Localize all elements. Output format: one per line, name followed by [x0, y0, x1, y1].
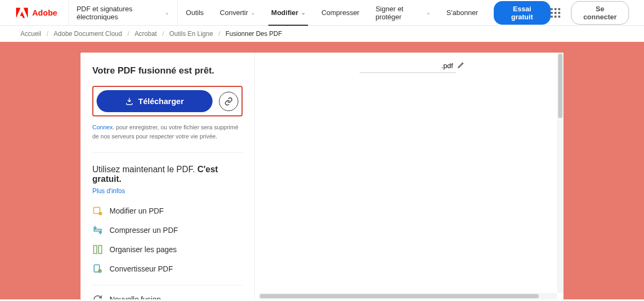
- preview-panel: [255, 53, 564, 299]
- tool-organize-pages[interactable]: Organiser les pages: [92, 244, 243, 255]
- tool-edit-pdf[interactable]: Modifier un PDF: [92, 205, 243, 216]
- divider: [92, 285, 243, 285]
- refresh-icon: [92, 294, 103, 299]
- apps-grid-icon[interactable]: [551, 8, 560, 18]
- signin-button[interactable]: Se connecter: [571, 1, 629, 25]
- privacy-hint: Connex. pour enregistrer, ou votre fichi…: [92, 123, 243, 141]
- vertical-scrollbar[interactable]: [557, 53, 564, 293]
- breadcrumb-item[interactable]: Outils En Ligne: [170, 30, 213, 38]
- chevron-down-icon: ⌄: [165, 10, 169, 16]
- svg-rect-2: [94, 229, 101, 231]
- breadcrumb: Accueil/ Adobe Document Cloud/ Acrobat/ …: [0, 26, 644, 42]
- tool-label: Modifier un PDF: [109, 207, 164, 215]
- edit-pdf-icon: [92, 205, 103, 216]
- nav-item-signer[interactable]: Signer et protéger⌄: [368, 0, 438, 25]
- adobe-logo-icon: [16, 7, 28, 19]
- svg-rect-4: [99, 246, 102, 254]
- nav-menu: PDF et signatures électroniques⌄ Outils …: [69, 0, 486, 25]
- filename-field[interactable]: [360, 59, 456, 73]
- chevron-down-icon: ⌄: [251, 10, 255, 16]
- nav-item-modifier[interactable]: Modifier⌄: [263, 0, 313, 25]
- download-row: Télécharger: [92, 86, 243, 116]
- chevron-down-icon: ⌄: [426, 10, 430, 16]
- stage-background: Votre PDF fusionné est prêt. Télécharger: [0, 42, 644, 299]
- scrollbar-thumb[interactable]: [260, 294, 539, 298]
- new-merge-label: Nouvelle fusion: [109, 295, 161, 299]
- left-panel: Votre PDF fusionné est prêt. Télécharger: [80, 53, 255, 299]
- svg-point-6: [98, 269, 102, 273]
- nav-item-pdf-signatures[interactable]: PDF et signatures électroniques⌄: [69, 0, 178, 25]
- scrollbar-thumb[interactable]: [558, 54, 562, 118]
- nav-item-compresser[interactable]: Compresser: [313, 0, 368, 25]
- panel-heading: Votre PDF fusionné est prêt.: [92, 65, 243, 76]
- divider: [92, 152, 243, 153]
- brand-logo[interactable]: Adobe: [0, 0, 69, 25]
- download-button[interactable]: Télécharger: [97, 90, 213, 112]
- nav-item-outils[interactable]: Outils: [178, 0, 211, 25]
- tool-convert-pdf[interactable]: Convertisseur PDF: [92, 263, 243, 274]
- chevron-down-icon: ⌄: [301, 10, 305, 16]
- filename-input[interactable]: [363, 62, 453, 70]
- convert-pdf-icon: [92, 263, 103, 274]
- breadcrumb-item[interactable]: Acrobat: [135, 30, 157, 38]
- tool-label: Organiser les pages: [109, 245, 177, 254]
- organize-pages-icon: [92, 244, 103, 255]
- tool-label: Compresser un PDF: [109, 226, 178, 234]
- nav-item-convertir[interactable]: Convertir⌄: [212, 0, 264, 25]
- brand-name: Adobe: [32, 8, 57, 17]
- trial-button[interactable]: Essai gratuit: [494, 1, 551, 25]
- svg-rect-3: [94, 246, 97, 254]
- download-icon: [125, 97, 134, 106]
- nav-item-sabonner[interactable]: S'abonner: [438, 0, 486, 25]
- tool-list: Modifier un PDF Compresser un PDF Organi…: [92, 205, 243, 274]
- share-link-button[interactable]: [219, 92, 238, 111]
- compress-pdf-icon: [92, 225, 103, 236]
- svg-point-1: [99, 212, 103, 216]
- tool-label: Convertisseur PDF: [109, 265, 173, 273]
- breadcrumb-item[interactable]: Accueil: [20, 30, 41, 38]
- pencil-icon[interactable]: [457, 61, 465, 70]
- result-canvas: Votre PDF fusionné est prêt. Télécharger: [80, 53, 564, 299]
- breadcrumb-current: Fusionner Des PDF: [225, 30, 282, 38]
- more-info-link[interactable]: Plus d'infos: [92, 187, 125, 195]
- login-link[interactable]: Connex.: [92, 124, 114, 130]
- link-icon: [224, 97, 233, 106]
- tool-compress-pdf[interactable]: Compresser un PDF: [92, 225, 243, 236]
- new-merge-button[interactable]: Nouvelle fusion: [92, 294, 243, 299]
- horizontal-scrollbar[interactable]: [259, 293, 557, 299]
- breadcrumb-item[interactable]: Adobe Document Cloud: [54, 30, 122, 38]
- top-nav: Adobe PDF et signatures électroniques⌄ O…: [0, 0, 644, 26]
- sub-heading: Utilisez maintenant le PDF. C'est gratui…: [92, 165, 243, 184]
